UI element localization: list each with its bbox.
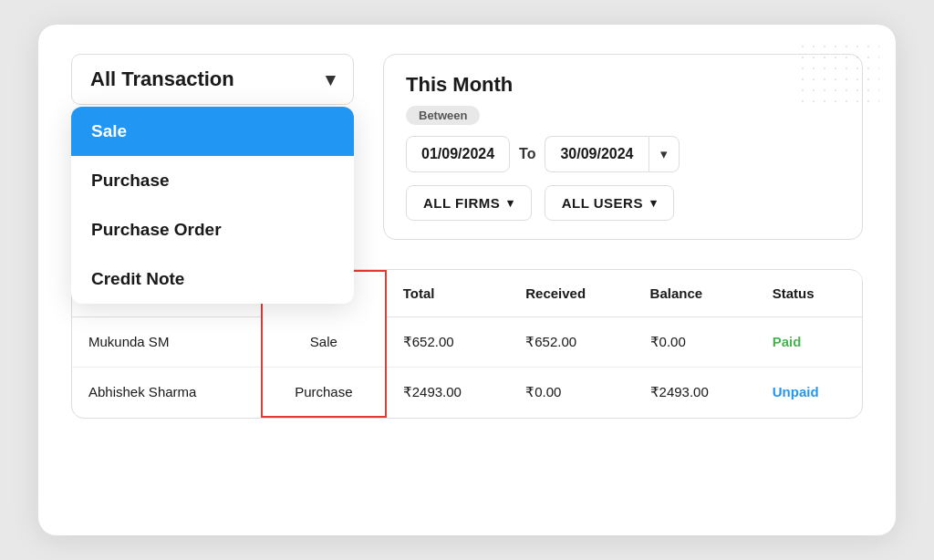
main-card: All Transaction ▾ Sale Purchase Purchase…	[38, 25, 896, 535]
cell-total-0: ₹652.00	[386, 316, 510, 367]
col-total: Total	[386, 271, 510, 316]
cell-received-0: ₹652.00	[509, 316, 633, 367]
cell-status-0: Paid	[756, 316, 862, 367]
date-filter-title: This Month	[406, 73, 840, 97]
dropdown-item-sale[interactable]: Sale	[71, 107, 354, 156]
cell-party-name-1: Abhishek Sharma	[72, 367, 262, 417]
end-date[interactable]: 30/09/2024	[545, 136, 648, 172]
table-row: Mukunda SM Sale ₹652.00 ₹652.00 ₹0.00 Pa…	[72, 316, 862, 367]
dropdown-chevron-icon: ▾	[326, 68, 335, 90]
filter-buttons-row: ALL FIRMS ▾ ALL USERS ▾	[406, 185, 840, 221]
transaction-type-dropdown[interactable]: All Transaction ▾	[71, 54, 354, 105]
col-received: Received	[509, 271, 633, 316]
table-row: Abhishek Sharma Purchase ₹2493.00 ₹0.00 …	[72, 367, 862, 417]
cell-balance-1: ₹2493.00	[634, 367, 756, 417]
date-end-chevron-icon[interactable]: ▾	[649, 136, 680, 172]
cell-status-1: Unpaid	[756, 367, 862, 417]
dropdown-item-purchase[interactable]: Purchase	[71, 156, 354, 205]
cell-received-1: ₹0.00	[509, 367, 633, 417]
dropdown-menu: Sale Purchase Purchase Order Credit Note	[71, 107, 354, 304]
cell-balance-0: ₹0.00	[634, 316, 756, 367]
col-status: Status	[756, 271, 862, 316]
cell-total-1: ₹2493.00	[386, 367, 510, 417]
cell-party-name-0: Mukunda SM	[72, 316, 262, 367]
transaction-type-panel: All Transaction ▾ Sale Purchase Purchase…	[71, 54, 354, 105]
date-to-label: To	[519, 146, 535, 162]
dropdown-item-credit-note[interactable]: Credit Note	[71, 254, 354, 304]
top-section: All Transaction ▾ Sale Purchase Purchase…	[71, 54, 863, 240]
status-badge-unpaid: Unpaid	[773, 384, 819, 399]
all-firms-chevron-icon: ▾	[507, 196, 514, 210]
all-firms-button[interactable]: ALL FIRMS ▾	[406, 185, 532, 221]
date-filter-panel: This Month Between 01/09/2024 To 30/09/2…	[383, 54, 863, 240]
dropdown-selected-label: All Transaction	[90, 67, 234, 91]
cell-type-1: Purchase	[262, 367, 386, 417]
between-badge: Between	[406, 106, 480, 125]
end-date-row: 30/09/2024 ▾	[545, 136, 679, 172]
dot-pattern-decoration	[797, 41, 879, 105]
cell-type-0: Sale	[262, 316, 386, 367]
all-users-chevron-icon: ▾	[650, 196, 658, 210]
all-users-label: ALL USERS	[562, 195, 643, 211]
all-users-button[interactable]: ALL USERS ▾	[545, 185, 675, 221]
all-firms-label: ALL FIRMS	[423, 195, 500, 211]
date-range-row: 01/09/2024 To 30/09/2024 ▾	[406, 136, 840, 172]
start-date[interactable]: 01/09/2024	[406, 136, 510, 172]
status-badge-paid: Paid	[773, 334, 802, 349]
dropdown-item-purchase-order[interactable]: Purchase Order	[71, 205, 354, 254]
col-balance: Balance	[634, 271, 756, 316]
